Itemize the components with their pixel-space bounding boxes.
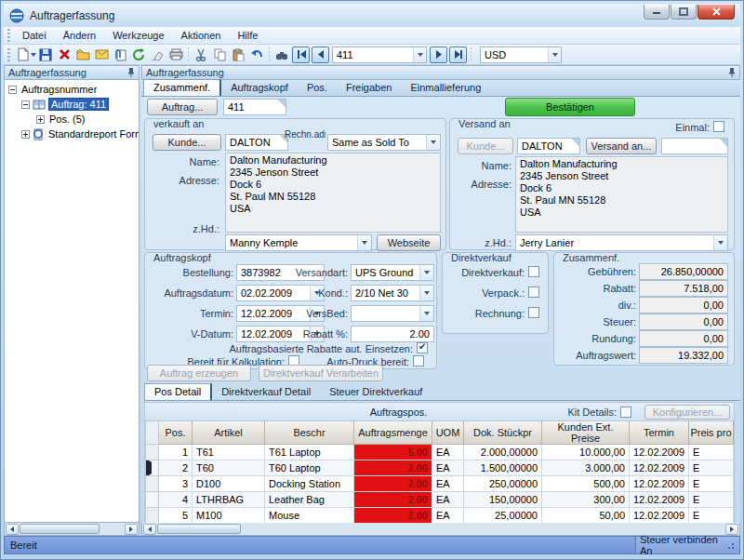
cell-auftragsmenge[interactable]: 5.00	[354, 445, 432, 460]
cell-preis-pro[interactable]: E	[689, 445, 734, 460]
rabatt-field[interactable]: 2.00	[351, 326, 434, 342]
cell-stueckpr[interactable]: 1.500,00000	[464, 460, 542, 476]
col-artikel[interactable]: Artikel	[193, 421, 265, 445]
menu-datei[interactable]: Datei	[14, 28, 55, 43]
tab-einmallieferung[interactable]: Einmallieferung	[401, 80, 490, 96]
col-pos[interactable]: Pos.	[159, 421, 193, 445]
auftrag-button[interactable]: Auftrag...	[147, 99, 218, 115]
cell-beschr[interactable]: Leather Bag	[265, 492, 354, 508]
cell-beschr[interactable]: T61 Laptop	[265, 445, 354, 460]
cut-icon[interactable]	[192, 47, 210, 63]
kond-dropdown-icon[interactable]	[419, 286, 433, 300]
tab-auftragskopf[interactable]: Auftragskopf	[221, 80, 298, 96]
ship-attn-dropdown-icon[interactable]	[713, 235, 727, 250]
cell-uom[interactable]: EA	[432, 492, 464, 508]
ship-to-address-box[interactable]: Dalton Manufacturing 2345 Jenson Street …	[515, 156, 728, 233]
billto-combobox[interactable]: Same as Sold To	[327, 134, 441, 151]
cell-termin[interactable]: 12.02.2009	[630, 476, 689, 492]
cell-stueckpr[interactable]: 150,00000	[464, 492, 542, 508]
cell-pos[interactable]: 5	[159, 508, 193, 524]
ship-to-customer-field[interactable]: DALTON	[517, 138, 580, 154]
col-auftragsmenge[interactable]: Auftragsmenge	[354, 421, 432, 445]
title-bar[interactable]: Auftragerfassung	[4, 4, 740, 27]
cell-beschr[interactable]: Mouse	[265, 508, 354, 524]
bestaetigen-button[interactable]: Bestätigen	[505, 98, 635, 116]
tree-item-label[interactable]: Pos. (5)	[47, 113, 87, 125]
tree-item-label[interactable]: Standardreport Forma	[46, 128, 140, 140]
webseite-button[interactable]: Webseite	[377, 234, 441, 251]
cell-ext-preise[interactable]: 500,00	[542, 476, 630, 492]
cell-stueckpr[interactable]: 250,00000	[464, 476, 542, 492]
table-row[interactable]: 4 LTHRBAG Leather Bag 2.00 EA 150,00000 …	[146, 492, 734, 508]
record-combobox[interactable]: 411	[332, 47, 427, 63]
cell-pos[interactable]: 4	[159, 492, 193, 508]
tab-pos[interactable]: Pos.	[298, 80, 337, 96]
cell-ext-preise[interactable]: 10.000,00	[542, 445, 630, 460]
refresh-icon[interactable]	[129, 47, 148, 63]
col-termin[interactable]: Termin	[630, 421, 689, 445]
tree-item-pos[interactable]: Pos. (5)	[5, 112, 139, 127]
cell-ext-preise[interactable]: 50,00	[542, 508, 630, 524]
versbed-combobox[interactable]	[351, 305, 434, 322]
cell-artikel[interactable]: T60	[193, 460, 265, 476]
billto-dropdown-icon[interactable]	[426, 135, 440, 150]
attn-combobox[interactable]: Manny Kemple	[225, 234, 372, 251]
pin-icon[interactable]	[728, 67, 736, 79]
delete-icon[interactable]	[55, 47, 73, 63]
sold-to-address-box[interactable]: Dalton Manufacturing 2345 Jenson Street …	[225, 153, 441, 233]
cell-preis-pro[interactable]: E	[689, 492, 734, 508]
autoapply-checkbox[interactable]	[417, 342, 428, 353]
table-row-current[interactable]: 2 T60 T60 Laptop 2.00 EA 1.500,00000 3.0…	[146, 460, 734, 476]
tab-steuer-direktverkauf[interactable]: Steuer Direktverkauf	[320, 384, 432, 400]
cell-termin[interactable]: 12.02.2009	[630, 460, 689, 476]
undo-icon[interactable]	[247, 47, 266, 63]
kond-combobox[interactable]: 2/10 Net 30	[351, 285, 434, 301]
tab-freigaben[interactable]: Freigaben	[337, 80, 402, 96]
cell-uom[interactable]: EA	[432, 476, 464, 492]
pin-icon[interactable]	[127, 67, 135, 79]
tree-item-label[interactable]: Auftrag: 411	[48, 98, 109, 111]
menu-aendern[interactable]: Ändern	[55, 28, 104, 43]
cell-termin[interactable]: 12.02.2009	[630, 508, 689, 524]
expand-icon[interactable]	[36, 115, 45, 124]
menu-aktionen[interactable]: Aktionen	[173, 28, 230, 43]
cell-pos[interactable]: 2	[159, 460, 193, 476]
order-number-field[interactable]: 411	[223, 99, 286, 115]
first-record-icon[interactable]	[292, 47, 310, 63]
col-dok-stueckpr[interactable]: Dok. Stückpr	[464, 421, 542, 445]
copy-icon[interactable]	[210, 47, 229, 63]
kunde-button[interactable]: Kunde...	[153, 134, 221, 151]
cell-uom[interactable]: EA	[432, 445, 464, 460]
scroll-left-icon[interactable]	[6, 524, 19, 535]
cell-uom[interactable]: EA	[432, 508, 464, 524]
collapse-icon[interactable]	[21, 100, 30, 109]
next-record-icon[interactable]	[430, 47, 447, 63]
cell-stueckpr[interactable]: 2.000,00000	[464, 445, 542, 460]
maximize-button[interactable]	[671, 5, 697, 20]
table-row[interactable]: 3 D100 Docking Station 2.00 EA 250,00000…	[146, 476, 734, 492]
tab-zusammenf[interactable]: Zusammenf.	[143, 79, 221, 96]
versandart-dropdown-icon[interactable]	[419, 265, 433, 280]
kit-details-checkbox[interactable]	[620, 407, 631, 418]
prev-record-icon[interactable]	[312, 47, 329, 63]
tree-item-auftragsnummer[interactable]: Auftragsnummer	[5, 82, 139, 97]
verpack-checkbox[interactable]	[528, 287, 539, 298]
save-icon[interactable]	[36, 47, 55, 63]
cell-ext-preise[interactable]: 3.000,00	[542, 460, 630, 476]
cell-termin[interactable]: 12.02.2009	[630, 445, 689, 460]
col-beschr[interactable]: Beschr	[265, 421, 354, 445]
tree-horizontal-scrollbar[interactable]	[4, 523, 140, 536]
minimize-button[interactable]	[644, 5, 670, 20]
cell-auftragsmenge[interactable]: 2.00	[354, 460, 432, 476]
attachment-icon[interactable]	[111, 47, 129, 63]
resize-grip[interactable]	[727, 540, 736, 550]
cell-pos[interactable]: 1	[159, 445, 193, 460]
tree-item-auftrag[interactable]: Auftrag: 411	[5, 97, 139, 112]
autoprint-checkbox[interactable]	[413, 355, 424, 367]
col-uom[interactable]: UOM	[432, 421, 464, 445]
cell-artikel[interactable]: D100	[193, 476, 265, 492]
direktverkauf-checkbox[interactable]	[528, 266, 539, 277]
rechnung-checkbox[interactable]	[528, 307, 539, 318]
einmal-checkbox[interactable]	[713, 121, 724, 132]
menu-hilfe[interactable]: Hilfe	[229, 28, 266, 43]
